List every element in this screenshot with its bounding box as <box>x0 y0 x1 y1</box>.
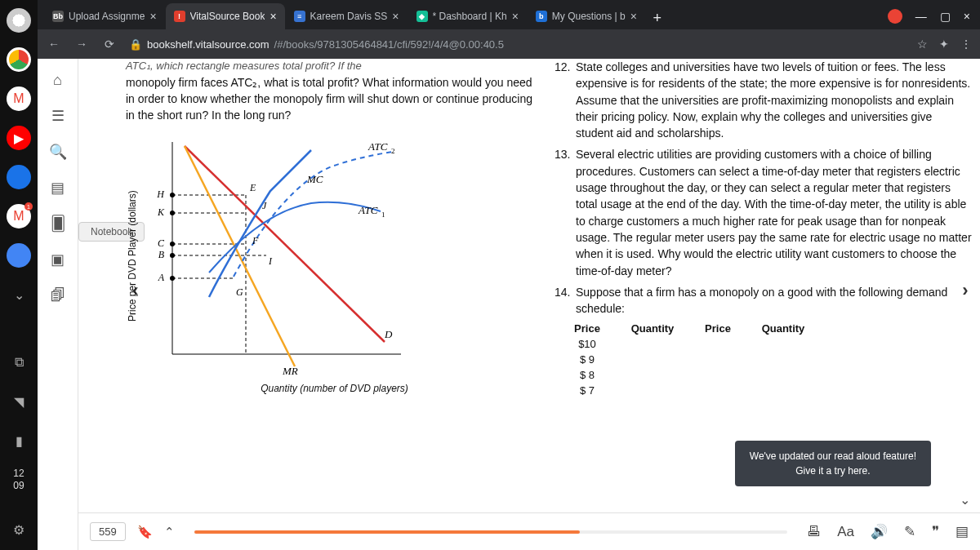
notebook-icon[interactable]: ▤ <box>48 178 68 197</box>
wifi-icon[interactable]: ◥ <box>7 389 31 414</box>
tab-questions[interactable]: bMy Questions | b× <box>528 3 645 29</box>
svg-text:2: 2 <box>391 147 395 155</box>
svg-text:1: 1 <box>381 211 385 219</box>
close-icon[interactable]: × <box>149 10 156 23</box>
browser-window: BbUpload Assignme× !VitalSource Book× ≡K… <box>38 0 980 550</box>
lock-icon: 🔒 <box>129 38 142 51</box>
close-icon[interactable]: × <box>512 10 519 23</box>
svg-text:MC: MC <box>306 173 323 185</box>
home-icon[interactable]: ⌂ <box>48 70 68 90</box>
content-area: ⌂ ☰ 🔍 ▤ 🂠 ▣ 🗐 Notebook ‹ › ATC₁, which r… <box>38 59 980 550</box>
fragment-text: ATC₁, which rectangle measures total pro… <box>126 59 543 74</box>
collapse-toolbar-icon[interactable]: ⌄ <box>960 492 970 508</box>
gmail2-icon[interactable]: M1 <box>7 204 31 228</box>
reader-toolbar: 559 🔖 ⌃ 🖶 Aa 🔊 ✎ ❞ ▤ <box>78 512 980 550</box>
new-tab-button[interactable]: + <box>646 7 669 29</box>
settings-gear-icon[interactable]: ⚙ <box>7 517 31 542</box>
url-field[interactable]: 🔒 bookshelf.vitalsource.com/#/books/9781… <box>129 38 906 51</box>
readaloud-toast[interactable]: We've updated our read aloud feature! Gi… <box>735 441 931 486</box>
figures-icon[interactable]: ▣ <box>48 250 68 269</box>
forward-button[interactable]: → <box>74 38 90 51</box>
close-icon[interactable]: × <box>270 10 276 23</box>
svg-text:H: H <box>157 189 166 200</box>
print-icon[interactable]: 🖶 <box>807 524 821 540</box>
citation-icon[interactable]: ❞ <box>932 523 939 540</box>
svg-text:D: D <box>384 328 393 340</box>
menu-icon[interactable]: ⋮ <box>960 38 972 51</box>
more-tools-icon[interactable]: ▤ <box>956 523 969 540</box>
tab-kareem[interactable]: ≡Kareem Davis SS× <box>286 3 408 29</box>
copy-icon[interactable]: ⧉ <box>7 350 31 375</box>
close-icon[interactable]: × <box>392 10 399 23</box>
chart-svg: H K C B A <box>140 134 417 379</box>
reload-button[interactable]: ⟳ <box>101 38 118 51</box>
close-icon[interactable]: × <box>630 10 637 23</box>
svg-line-20 <box>185 146 295 366</box>
svg-text:J: J <box>262 200 267 211</box>
favicon-vs: ! <box>174 11 185 22</box>
search-icon[interactable]: 🔍 <box>48 142 68 162</box>
readaloud-icon[interactable]: 🗐 <box>48 286 68 305</box>
svg-text:E: E <box>249 182 256 193</box>
flashcards-icon[interactable]: 🂠 <box>48 214 68 233</box>
favicon-khan: ◆ <box>416 11 428 22</box>
minimize-icon[interactable]: — <box>915 10 927 23</box>
svg-text:C: C <box>158 237 165 249</box>
toc-icon[interactable]: ☰ <box>48 106 68 126</box>
text-size-icon[interactable]: Aa <box>837 524 854 540</box>
extensions-icon[interactable]: ✦ <box>939 38 949 51</box>
svg-text:I: I <box>268 255 273 267</box>
tab-dashboard[interactable]: ◆* Dashboard | Kh× <box>408 3 527 29</box>
favicon-doc: ≡ <box>294 11 305 22</box>
account-icon[interactable] <box>888 9 902 24</box>
tab-strip: BbUpload Assignme× !VitalSource Book× ≡K… <box>38 0 980 29</box>
question-text: monopoly firm faces ATC₂, what is total … <box>126 74 543 124</box>
speaker-icon[interactable]: 🔊 <box>871 523 888 540</box>
star-icon[interactable]: ☆ <box>917 38 928 51</box>
os-dock: M ▶ M1 ⌄ ⧉ ◥ ▮ 1209 ⚙ <box>0 0 38 550</box>
page-left-column: ATC₁, which rectangle measures total pro… <box>126 59 543 509</box>
close-window-icon[interactable]: × <box>964 10 970 23</box>
svg-text:ATC: ATC <box>368 140 388 153</box>
youtube-icon[interactable]: ▶ <box>7 126 31 150</box>
expand-up-icon[interactable]: ⌃ <box>164 525 175 539</box>
svg-text:MR: MR <box>282 365 298 377</box>
y-axis-label: Price per DVD Player (dollars) <box>126 134 140 379</box>
bookmark-icon[interactable]: 🔖 <box>137 525 153 539</box>
svg-text:B: B <box>158 249 165 260</box>
svg-text:A: A <box>158 272 165 283</box>
svg-text:K: K <box>157 206 165 218</box>
back-button[interactable]: ← <box>46 38 62 51</box>
demand-table: PriceQuantityPriceQuantity $10 $ 9 $ 8 $… <box>555 322 972 398</box>
chrome-icon[interactable] <box>7 47 31 72</box>
clock: 1209 <box>13 468 24 491</box>
files-icon[interactable] <box>7 165 31 189</box>
x-axis-label: Quantity (number of DVD players) <box>126 382 543 396</box>
tab-vitalsource[interactable]: !VitalSource Book× <box>166 3 285 29</box>
restore-icon[interactable]: ▢ <box>940 10 951 23</box>
svg-text:G: G <box>236 286 243 298</box>
highlighter-icon[interactable]: ✎ <box>904 523 915 540</box>
chart-figure: Price per DVD Player (dollars) H K C B <box>126 134 543 396</box>
progress-scrubber[interactable] <box>194 530 788 534</box>
svg-text:ATC: ATC <box>358 204 378 216</box>
page-number-input[interactable]: 559 <box>90 522 126 541</box>
favicon-bb: Bb <box>52 11 64 22</box>
favicon-b: b <box>536 11 547 22</box>
svg-text:F: F <box>252 235 259 246</box>
notes-icon[interactable] <box>7 243 31 268</box>
reader-sidebar: ⌂ ☰ 🔍 ▤ 🂠 ▣ 🗐 <box>38 59 78 550</box>
battery-icon[interactable]: ▮ <box>7 428 31 453</box>
gmail-icon[interactable]: M <box>7 86 31 111</box>
book-page: ‹ › ATC₁, which rectangle measures total… <box>78 59 980 550</box>
os-launcher-icon[interactable] <box>7 8 31 33</box>
chevron-down-icon[interactable]: ⌄ <box>7 282 31 307</box>
address-bar: ← → ⟳ 🔒 bookshelf.vitalsource.com/#/book… <box>38 29 980 59</box>
tab-upload[interactable]: BbUpload Assignme× <box>44 3 165 29</box>
